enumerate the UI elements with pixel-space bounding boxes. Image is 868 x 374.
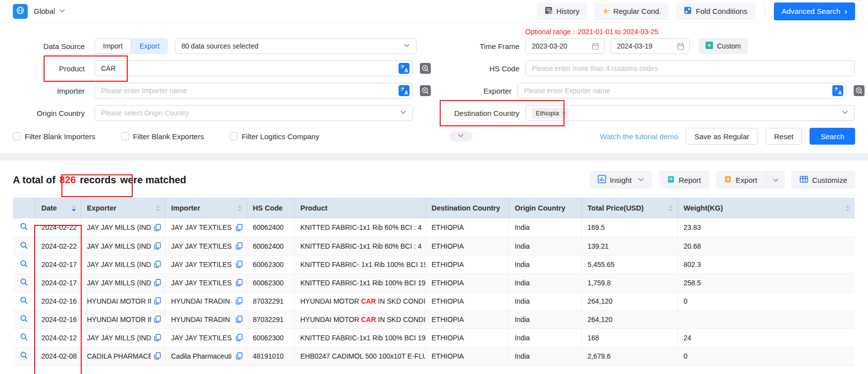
exact-match-icon[interactable] [420, 85, 431, 96]
app-logo [13, 4, 28, 19]
exact-match-icon[interactable] [854, 85, 865, 96]
chevron-down-icon [638, 176, 644, 184]
advanced-search-button[interactable]: Advanced Search › [774, 2, 855, 20]
date-to-input[interactable]: 2024-03-19 [611, 38, 690, 54]
remove-tag-icon[interactable]: × [562, 109, 566, 117]
filter-logistics-company-checkbox[interactable]: Filter Logitics Company [230, 132, 319, 141]
date-column-header[interactable]: Date [35, 198, 81, 218]
translate-icon[interactable]: A [399, 63, 409, 74]
section-divider [0, 153, 868, 160]
collapse-conditions-button[interactable] [449, 131, 473, 142]
report-button[interactable]: Report [659, 171, 709, 189]
importer-cell: JAY JAY TEXTILES [165, 237, 247, 255]
regular-cond-button[interactable]: ★ Regular Cond. [594, 3, 669, 20]
history-button[interactable]: History [537, 3, 588, 20]
copy-icon[interactable] [236, 242, 243, 250]
copy-icon[interactable] [154, 297, 161, 305]
export-button[interactable]: Export [716, 171, 785, 189]
view-detail-icon[interactable] [20, 335, 28, 343]
filter-blank-exporters-checkbox[interactable]: Filter Blank Exporters [121, 132, 204, 141]
svg-text:A: A [838, 90, 842, 96]
copy-icon[interactable] [154, 224, 161, 231]
copy-icon[interactable] [154, 242, 161, 250]
region-label: Global [34, 7, 55, 15]
copy-icon[interactable] [236, 279, 243, 286]
reset-button[interactable]: Reset [766, 128, 802, 145]
view-detail-icon[interactable] [20, 224, 28, 232]
history-icon [545, 6, 553, 16]
copy-icon[interactable] [236, 261, 243, 268]
view-detail-icon[interactable] [20, 353, 28, 361]
view-detail-icon[interactable] [20, 280, 28, 288]
importer-cell: JAY JAY TEXTILES [165, 328, 247, 347]
copy-icon[interactable] [236, 334, 243, 341]
date-cell: 2024-02-17 [35, 273, 81, 292]
custom-timeframe-button[interactable]: Custom [699, 38, 748, 54]
hs-code-cell: 87032291 [247, 310, 294, 328]
translate-icon[interactable]: A [399, 85, 409, 96]
date-from-input[interactable]: 2023-03-20 [525, 38, 605, 54]
customize-button[interactable]: Customize [792, 171, 855, 189]
destination-country-select[interactable]: Ethiopia × [525, 105, 855, 121]
fold-conditions-button[interactable]: Fold Conditions [676, 3, 755, 20]
exporter-input[interactable] [517, 83, 847, 99]
table-header-row: Date Exporter Importer HS Code Product D… [13, 198, 855, 218]
hs-code-label: HS Code [439, 64, 519, 73]
importer-input[interactable] [95, 83, 413, 99]
view-detail-icon[interactable] [20, 262, 28, 269]
region-selector[interactable]: Global [34, 7, 65, 16]
total-price-cell: 5,455.65 [581, 255, 677, 273]
sort-icon[interactable] [72, 205, 76, 212]
results-table: Date Exporter Importer HS Code Product D… [13, 198, 855, 366]
origin-country-select[interactable]: Please select Origin Country [95, 105, 413, 121]
exporter-column-header[interactable]: Exporter [81, 198, 165, 218]
weight-column-header[interactable]: Weight(KG) [677, 198, 855, 218]
data-source-select[interactable]: 80 data sources selected [175, 38, 416, 54]
total-price-column-header[interactable]: Total Price(USD) [581, 198, 677, 218]
search-button[interactable]: Search [810, 128, 855, 145]
hs-code-cell: 60062400 [247, 218, 294, 237]
copy-icon[interactable] [154, 334, 161, 341]
importer-column-header[interactable]: Importer [165, 198, 247, 218]
chevron-down-icon [59, 7, 65, 16]
view-detail-icon[interactable] [20, 298, 28, 306]
translate-icon[interactable]: A [832, 85, 843, 96]
filter-blank-importers-checkbox[interactable]: Filter Blank Importers [13, 132, 96, 141]
weight-cell [677, 310, 855, 328]
sort-icon[interactable] [238, 205, 242, 212]
export-dropdown-toggle[interactable] [766, 171, 785, 189]
origin-cell: India [509, 273, 581, 292]
destination-cell: ETHIOPIA [425, 292, 509, 310]
save-as-regular-button[interactable]: Save as Regular [686, 128, 758, 145]
destination-cell: ETHIOPIA [425, 310, 509, 328]
hs-code-column-header: HS Code [247, 198, 294, 218]
copy-icon[interactable] [154, 261, 161, 268]
copy-icon[interactable] [154, 279, 161, 286]
exact-match-icon[interactable] [420, 63, 431, 74]
data-source-toggle: Import Export [95, 38, 168, 54]
top-bar: Global History ★ Regular Cond. Fold Cond… [0, 0, 868, 23]
view-detail-icon[interactable] [20, 243, 28, 251]
sort-icon[interactable] [156, 205, 160, 212]
date-from-value: 2023-03-20 [532, 42, 567, 50]
tutorial-demo-link[interactable]: Watch the tutorial demo [600, 132, 678, 141]
product-input[interactable] [95, 60, 413, 76]
view-detail-icon[interactable] [20, 317, 28, 324]
exporter-cell: JAY JAY MILLS (INDI [81, 237, 165, 255]
copy-icon[interactable] [236, 352, 243, 360]
export-tab[interactable]: Export [131, 38, 168, 54]
import-tab[interactable]: Import [95, 38, 131, 54]
copy-icon[interactable] [236, 224, 243, 231]
copy-icon[interactable] [154, 316, 161, 323]
exporter-cell: CADILA PHARMACEUT [81, 347, 165, 365]
regular-cond-label: Regular Cond. [613, 7, 662, 15]
insight-button[interactable]: Insight [590, 171, 652, 189]
copy-icon[interactable] [236, 316, 243, 323]
sort-icon[interactable] [668, 205, 672, 212]
date-cell: 2024-02-16 [35, 310, 81, 328]
results-section: A total of 826 records were matched Insi… [0, 160, 868, 366]
hs-code-input[interactable] [525, 60, 855, 76]
copy-icon[interactable] [154, 352, 161, 360]
sort-icon[interactable] [846, 205, 850, 212]
copy-icon[interactable] [236, 297, 243, 305]
